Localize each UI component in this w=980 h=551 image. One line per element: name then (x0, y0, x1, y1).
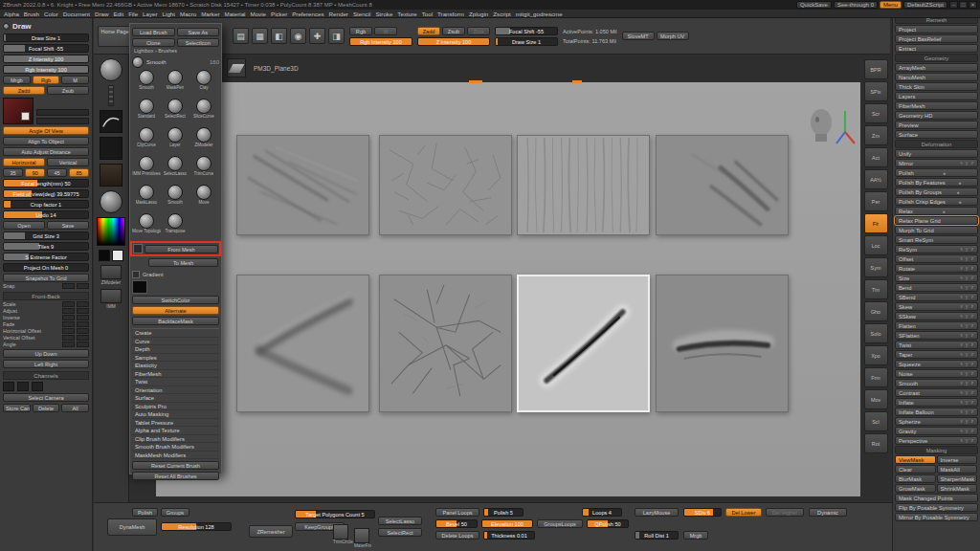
draw-palette-slider[interactable]: Rgb Intensity 100 (3, 65, 89, 74)
camera-button[interactable]: Delete (33, 404, 60, 412)
brush-menu-item[interactable]: Clip Brush Modifiers (132, 435, 219, 444)
deformation-header[interactable]: Deformation (895, 140, 978, 148)
brush-item[interactable]: Layer (161, 125, 189, 154)
materfin-brush-thumb[interactable]: MaterFin (354, 528, 371, 548)
axis-toggles[interactable]: x y z (961, 313, 974, 320)
floor-slider[interactable]: Grid Size 3 (3, 231, 89, 240)
local-transform-button[interactable]: Loc (864, 235, 888, 255)
brush-item[interactable]: ClipCurve (132, 125, 161, 154)
spotlight-icon[interactable]: ◉ (290, 28, 306, 44)
align-to-object-button[interactable]: Align To Object (3, 137, 89, 145)
menu-item[interactable]: Macro (180, 11, 196, 17)
map-value-box[interactable] (62, 328, 75, 334)
deformation-item[interactable]: Morph To Grid (895, 226, 978, 234)
grid-icon[interactable]: ◨ (328, 28, 345, 44)
scroll-button[interactable]: Scr (864, 103, 888, 123)
roll-dist-slider[interactable]: Roll Dist 1 (635, 531, 679, 540)
focal-preset-button[interactable]: 85 (69, 168, 89, 177)
deformation-item[interactable]: Size x y z (895, 274, 978, 282)
stroke-dots[interactable] (108, 85, 114, 106)
deformation-item[interactable]: Twist x y z (895, 341, 978, 349)
axis-toggles[interactable]: x y z (961, 399, 974, 407)
alpha-thumbnail-8[interactable] (656, 275, 789, 412)
map-value-box[interactable] (62, 321, 75, 327)
mrgb-button[interactable]: Mrgb (683, 531, 708, 540)
brush-item[interactable]: SelectLasso (161, 154, 189, 183)
reset-all-brushes-button[interactable]: Reset All Brushes (132, 472, 219, 480)
angle-of-view-button[interactable]: Angle Of View (3, 126, 89, 135)
alpha-thumbnail-2[interactable] (379, 135, 512, 235)
deformation-item[interactable]: Skew x y z (895, 302, 978, 311)
lightbox-icon[interactable]: ▤ (233, 28, 249, 44)
alpha-thumbnail-3[interactable] (517, 135, 650, 235)
masking-button[interactable]: Inverse (937, 455, 978, 464)
rotate-button[interactable]: Rot (864, 433, 888, 453)
focal-shift-slider[interactable]: Focal Shift -55 (495, 27, 558, 35)
left-right-button[interactable]: Left Right (3, 360, 89, 368)
menu-item[interactable]: Preferences (292, 11, 323, 17)
focal-preset-button[interactable]: 35 (3, 168, 23, 177)
axis-toggles[interactable]: x y z (961, 265, 974, 273)
actual-size-button[interactable]: Act (864, 147, 888, 167)
target-polygons-slider[interactable]: Target Polygons Count 5 (295, 510, 375, 518)
axis-toggles[interactable]: x y z (961, 418, 974, 426)
masking-button[interactable]: BlurMask (895, 474, 936, 483)
menu-item[interactable]: mitgit_godrescme (516, 11, 563, 17)
subpalette-item[interactable]: FiberMesh (895, 101, 978, 110)
menu-item[interactable]: Zplugin (469, 11, 488, 17)
dynamesh-button[interactable]: DynaMesh (107, 518, 157, 536)
mini-slider[interactable] (36, 118, 89, 124)
stroke-thumbnail[interactable] (100, 110, 122, 133)
brush-menu-item[interactable]: Sculptris Pro (132, 403, 219, 411)
solo-button[interactable]: Solo (864, 323, 888, 343)
map-value-box[interactable] (77, 328, 89, 334)
bpr-button[interactable]: BPR (864, 59, 888, 79)
deformation-toggle-dot[interactable]: ● (956, 188, 959, 196)
axis-toggles[interactable]: x y z (961, 389, 974, 397)
map-value-box[interactable] (62, 301, 75, 307)
menu-item[interactable]: Texture (397, 11, 416, 17)
deformation-toggle-dot[interactable]: ● (942, 208, 945, 215)
tool-tray-item[interactable]: Extract (895, 44, 978, 53)
color-picker-palette[interactable] (97, 217, 125, 246)
gradient-toggle[interactable] (132, 271, 140, 278)
imm-brush-thumbnail[interactable] (100, 289, 122, 303)
deformation-item[interactable]: Mirror x y z (895, 159, 978, 167)
zremesher-button[interactable]: ZRemesher (249, 525, 293, 538)
window-control-button[interactable]: – (949, 1, 958, 9)
masking-button[interactable]: ViewMask (895, 455, 936, 464)
xpose-button[interactable]: Xpo (864, 345, 888, 365)
menu-item[interactable]: Edit (113, 11, 123, 17)
window-control-button[interactable]: □ (959, 1, 968, 9)
menu-item[interactable]: Material (224, 11, 245, 17)
subpalette-item[interactable]: NanoMesh (895, 73, 978, 81)
subpalette-item[interactable]: Layers (895, 92, 978, 100)
deformation-item[interactable]: Unify (895, 149, 978, 158)
axis-toggles[interactable]: x y z (961, 342, 974, 349)
brush-menu-item[interactable]: Surface (132, 394, 219, 403)
frame-button[interactable]: Frm (864, 367, 888, 387)
panel-loops-button[interactable]: Panel Loops (435, 508, 479, 517)
brush-item[interactable]: IMM Primitives (132, 154, 161, 183)
sculpt-mode-button[interactable]: Zsub (47, 86, 89, 95)
deformation-item[interactable]: Polish ● (895, 168, 978, 177)
gizmo-icon[interactable]: ✚ (309, 28, 325, 44)
menu-item[interactable]: Alpha (4, 11, 19, 17)
menu-item[interactable]: Render (329, 11, 348, 17)
groups-toggle[interactable]: Groups (161, 508, 189, 517)
switchcolor-button[interactable]: SwitchColor (132, 296, 219, 304)
see-through-slider[interactable]: See-through 0 (834, 1, 878, 9)
snap-toggle[interactable] (77, 283, 89, 289)
brush-menu-item[interactable]: Twist (132, 378, 219, 386)
map-value-box[interactable] (62, 335, 75, 341)
axis-toggles[interactable]: x y z (961, 437, 974, 445)
polish-toggle[interactable]: Polish (132, 508, 158, 517)
del-lower-button[interactable]: Del Lower (725, 508, 762, 517)
draw-palette-slider[interactable]: Draw Size 1 (3, 33, 89, 42)
sdiv-slider[interactable]: SDiv 6 (683, 508, 722, 517)
masking-wide-button[interactable]: Flip By Posable Symmetry (895, 503, 978, 512)
axis-toggles[interactable]: x y z (961, 160, 974, 167)
alpha-thumbnail[interactable] (100, 137, 122, 160)
sculpt-mode-button[interactable]: Zadd (3, 86, 45, 95)
brush-menu-item[interactable]: Curve (132, 338, 219, 346)
